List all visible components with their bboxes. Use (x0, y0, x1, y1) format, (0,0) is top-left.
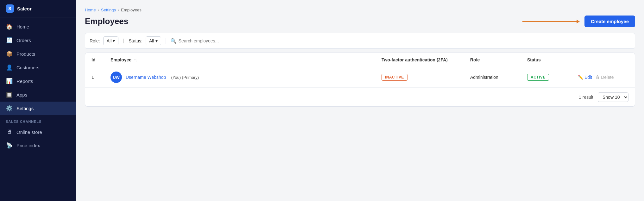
edit-button[interactable]: ✏️ Edit (578, 75, 592, 80)
status-cell: ACTIVE (527, 74, 578, 81)
sidebar-item-products[interactable]: 📦 Products (0, 47, 76, 61)
table-header: Id Employee ↑↓ Two-factor authentication… (85, 53, 635, 67)
delete-icon: 🗑 (595, 75, 600, 80)
role-filter-select[interactable]: All ▾ (103, 36, 119, 45)
main-content: Home › Settings › Employees Employees Cr… (76, 0, 644, 201)
filters-bar: Role: All ▾ | Status: All ▾ 🔍 (85, 33, 635, 49)
delete-button[interactable]: 🗑 Delete (595, 75, 614, 80)
edit-icon: ✏️ (578, 75, 583, 80)
sidebar-item-reports[interactable]: 📊 Reports (0, 74, 76, 88)
orders-icon: 🧾 (6, 37, 13, 44)
reports-icon: 📊 (6, 78, 13, 85)
sidebar-item-price-index[interactable]: 📡 Price index (0, 139, 76, 152)
sidebar-item-home[interactable]: 🏠 Home (0, 20, 76, 34)
breadcrumb-home[interactable]: Home (85, 8, 96, 12)
sidebar-item-apps[interactable]: 🔲 Apps (0, 88, 76, 102)
avatar: UW (110, 72, 122, 83)
price-index-icon: 📡 (6, 142, 13, 149)
settings-icon: ⚙️ (6, 105, 13, 112)
search-wrapper: 🔍 (166, 38, 630, 44)
customers-icon: 👤 (6, 64, 13, 71)
breadcrumb-settings[interactable]: Settings (101, 8, 116, 12)
arrow-line (522, 21, 579, 22)
role-cell: Administration (470, 75, 527, 80)
sidebar-item-label: Home (16, 24, 29, 29)
page-title: Employees (85, 16, 128, 26)
sidebar: S Saleor 🏠 Home 🧾 Orders 📦 Products 👤 Cu… (0, 0, 76, 201)
online-store-icon: 🖥 (6, 129, 13, 135)
sidebar-item-label: Online store (16, 129, 42, 135)
col-header-actions (578, 57, 628, 62)
apps-icon: 🔲 (6, 91, 13, 98)
employees-table: Id Employee ↑↓ Two-factor authentication… (85, 53, 635, 107)
sidebar-logo: S Saleor (0, 0, 76, 17)
sidebar-nav: 🏠 Home 🧾 Orders 📦 Products 👤 Customers 📊… (0, 17, 76, 201)
search-icon: 🔍 (170, 38, 177, 44)
col-header-id: Id (92, 57, 110, 62)
status-badge: ACTIVE (527, 74, 549, 81)
logo-text: Saleor (17, 6, 32, 11)
sidebar-item-orders[interactable]: 🧾 Orders (0, 34, 76, 47)
row-id: 1 (92, 75, 110, 80)
sidebar-item-label: Customers (16, 65, 40, 70)
arrow-indicator (522, 21, 579, 22)
result-count: 1 result (579, 95, 593, 100)
tfa-badge: INACTIVE (382, 74, 407, 81)
breadcrumb: Home › Settings › Employees (85, 8, 635, 12)
sidebar-item-label: Orders (16, 38, 31, 43)
table-row: 1 UW Username Webshop (You) (Primary) IN… (85, 67, 635, 88)
table-footer: 1 result Show 10 Show 25 Show 50 (85, 88, 635, 106)
col-header-2fa: Two-factor authentication (2FA) (382, 57, 470, 62)
sidebar-item-customers[interactable]: 👤 Customers (0, 61, 76, 74)
show-select[interactable]: Show 10 Show 25 Show 50 (598, 92, 628, 102)
header-right: Create employee (522, 16, 635, 27)
logo-icon: S (6, 4, 14, 13)
role-dropdown-icon: ▾ (113, 38, 115, 43)
create-employee-button[interactable]: Create employee (584, 16, 635, 27)
breadcrumb-current: Employees (121, 8, 141, 12)
sidebar-item-online-store[interactable]: 🖥 Online store (0, 125, 76, 139)
breadcrumb-sep1: › (98, 8, 99, 12)
col-header-role: Role (470, 57, 527, 62)
filter-separator: | (123, 38, 124, 44)
sidebar-item-label: Settings (16, 106, 34, 111)
breadcrumb-sep2: › (118, 8, 119, 12)
col-header-employee: Employee ↑↓ (110, 57, 382, 62)
col-header-status: Status (527, 57, 578, 62)
sidebar-item-label: Price index (16, 143, 40, 148)
products-icon: 📦 (6, 51, 13, 57)
status-dropdown-icon: ▾ (155, 38, 158, 43)
sidebar-item-label: Apps (16, 92, 27, 97)
sidebar-item-settings[interactable]: ⚙️ Settings (0, 102, 76, 115)
status-filter-value: All (149, 38, 154, 43)
status-filter-select[interactable]: All ▾ (146, 36, 161, 45)
actions-cell: ✏️ Edit 🗑 Delete (578, 75, 628, 80)
status-filter-label: Status: (129, 38, 142, 43)
home-icon: 🏠 (6, 23, 13, 30)
page-header: Employees Create employee (85, 16, 635, 27)
employee-tags: (You) (Primary) (171, 75, 199, 80)
sidebar-item-label: Reports (16, 79, 33, 84)
employee-cell: UW Username Webshop (You) (Primary) (110, 72, 382, 83)
sales-channels-label: SALES CHANNELS (0, 115, 76, 125)
sidebar-item-label: Products (16, 51, 35, 57)
search-input[interactable] (179, 38, 630, 43)
role-filter-label: Role: (90, 38, 100, 43)
tfa-cell: INACTIVE (382, 74, 470, 81)
role-filter-value: All (107, 38, 112, 43)
employee-name[interactable]: Username Webshop (126, 75, 166, 80)
sort-icon[interactable]: ↑↓ (134, 58, 138, 62)
